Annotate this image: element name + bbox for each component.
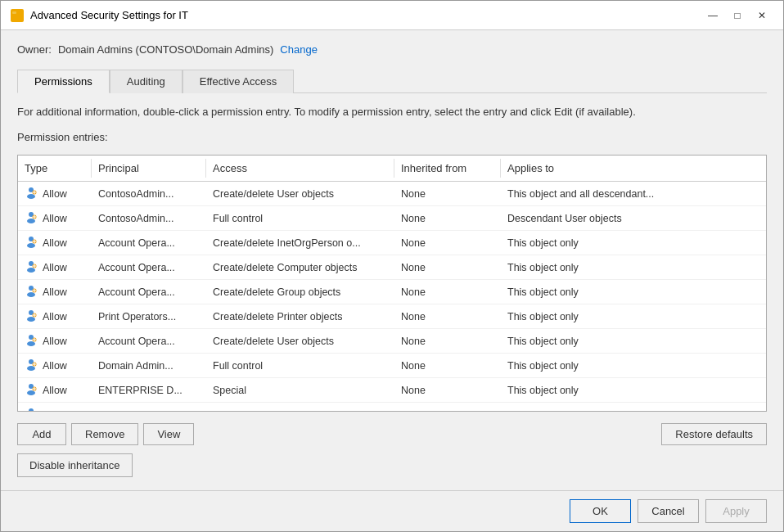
cell-principal: Account Opera... xyxy=(92,329,206,353)
cell-type: Allow xyxy=(18,280,92,304)
action-buttons-row: Add Remove View Restore defaults xyxy=(17,423,767,445)
disable-inheritance-button[interactable]: Disable inheritance xyxy=(17,453,133,477)
footer: OK Cancel Apply xyxy=(1,490,783,531)
svg-point-13 xyxy=(27,243,35,248)
cell-inherited: None xyxy=(394,206,501,230)
cell-applies: This object only xyxy=(501,304,766,328)
folder-icon xyxy=(11,9,24,22)
owner-row: Owner: Domain Admins (CONTOSO\Domain Adm… xyxy=(17,43,767,56)
tab-auditing[interactable]: Auditing xyxy=(110,70,182,93)
table-row[interactable]: Allow ENTERPRISE D... Special None This … xyxy=(18,378,766,403)
cell-applies: This object only xyxy=(501,403,766,411)
svg-point-18 xyxy=(27,268,35,273)
cell-access: Create/delete User objects xyxy=(206,182,394,205)
view-button[interactable]: View xyxy=(143,423,194,445)
table-row[interactable]: Allow ContosoAdmin... Create/delete User… xyxy=(18,182,766,206)
cell-access: Create/delete Computer objects xyxy=(206,255,394,279)
svg-rect-11 xyxy=(34,215,35,219)
cell-access: Create/delete InetOrgPerson o... xyxy=(206,231,394,255)
table-row[interactable]: Allow Domain Admin... Full control None … xyxy=(18,354,766,378)
add-button[interactable]: Add xyxy=(17,423,66,445)
disable-inheritance-container: Disable inheritance xyxy=(17,453,767,477)
cell-applies: This object only xyxy=(501,378,766,402)
cell-access: Create/delete Group objects xyxy=(206,280,394,304)
cell-principal: ContosoAdmin... xyxy=(92,182,206,205)
cell-inherited: None xyxy=(394,403,501,411)
remove-button[interactable]: Remove xyxy=(71,423,138,445)
cell-principal: ContosoAdmin... xyxy=(92,206,206,230)
col-type: Type xyxy=(18,159,92,178)
cell-type: Allow xyxy=(18,329,92,353)
col-principal: Principal xyxy=(92,159,206,178)
cell-applies: This object only xyxy=(501,354,766,377)
bottom-left-buttons: Add Remove View xyxy=(17,423,194,445)
cell-inherited: None xyxy=(394,231,501,255)
cell-access: Special xyxy=(206,403,394,411)
cell-access: Special xyxy=(206,378,394,402)
tab-permissions[interactable]: Permissions xyxy=(17,70,110,93)
cell-applies: This object and all descendant... xyxy=(501,182,766,205)
window-title: Advanced Security Settings for IT xyxy=(30,9,188,21)
user-icon xyxy=(25,309,38,324)
user-icon xyxy=(25,259,38,275)
table-row[interactable]: Allow Print Operators... Create/delete P… xyxy=(18,304,766,329)
table-row[interactable]: Allow Account Opera... Create/delete Ine… xyxy=(18,231,766,255)
cell-type: Allow xyxy=(18,206,92,230)
cell-type: Allow xyxy=(18,182,92,205)
minimize-button[interactable]: — xyxy=(701,7,724,25)
cancel-button[interactable]: Cancel xyxy=(638,499,699,523)
main-content: Owner: Domain Admins (CONTOSO\Domain Adm… xyxy=(1,30,783,490)
cell-inherited: None xyxy=(394,182,501,205)
cell-inherited: None xyxy=(394,280,501,304)
cell-access: Create/delete Printer objects xyxy=(206,304,394,328)
owner-value: Domain Admins (CONTOSO\Domain Admins) xyxy=(58,43,273,56)
svg-rect-26 xyxy=(34,289,35,292)
cell-type: Allow xyxy=(18,231,92,255)
col-applies: Applies to xyxy=(501,159,766,178)
svg-point-43 xyxy=(27,390,35,395)
table-row[interactable]: Allow ContosoAdmin... Full control None … xyxy=(18,206,766,231)
svg-rect-21 xyxy=(34,264,35,268)
tab-effective-access[interactable]: Effective Access xyxy=(182,70,294,93)
table-row[interactable]: Allow Account Opera... Create/delete Gro… xyxy=(18,280,766,304)
maximize-button[interactable]: □ xyxy=(726,7,749,25)
svg-point-3 xyxy=(27,194,35,199)
svg-rect-1 xyxy=(12,11,16,14)
svg-rect-41 xyxy=(34,363,35,366)
user-icon xyxy=(25,284,38,300)
title-bar-left: Advanced Security Settings for IT xyxy=(11,9,188,22)
cell-inherited: None xyxy=(394,378,501,402)
user-icon xyxy=(25,382,38,398)
cell-type: Allow xyxy=(18,378,92,402)
owner-label: Owner: xyxy=(17,43,52,56)
user-icon xyxy=(25,186,38,201)
close-button[interactable]: ✕ xyxy=(750,7,773,25)
table-row[interactable]: Allow Account Opera... Create/delete Use… xyxy=(18,329,766,354)
restore-defaults-button[interactable]: Restore defaults xyxy=(661,423,767,445)
cell-inherited: None xyxy=(394,304,501,328)
table-row[interactable]: Allow Authenticated... Special None This… xyxy=(18,403,766,411)
table-body[interactable]: Allow ContosoAdmin... Create/delete User… xyxy=(18,182,766,411)
svg-point-47 xyxy=(29,408,34,411)
cell-access: Full control xyxy=(206,354,394,377)
svg-point-28 xyxy=(27,317,35,322)
cell-inherited: None xyxy=(394,329,501,353)
cell-type: Allow xyxy=(18,304,92,328)
change-owner-link[interactable]: Change xyxy=(280,43,318,56)
col-access: Access xyxy=(206,159,394,178)
apply-button[interactable]: Apply xyxy=(705,499,767,523)
svg-point-38 xyxy=(27,366,35,371)
info-text: For additional information, double-click… xyxy=(17,105,767,119)
cell-inherited: None xyxy=(394,255,501,279)
tab-bar: Permissions Auditing Effective Access xyxy=(17,69,767,93)
cell-principal: Authenticated... xyxy=(92,403,206,411)
col-inherited: Inherited from xyxy=(394,159,501,178)
svg-rect-36 xyxy=(34,338,35,341)
ok-button[interactable]: OK xyxy=(570,499,631,523)
title-controls: — □ ✕ xyxy=(701,7,773,25)
cell-principal: ENTERPRISE D... xyxy=(92,378,206,402)
permissions-table: Type Principal Access Inherited from App… xyxy=(17,155,767,412)
table-row[interactable]: Allow Account Opera... Create/delete Com… xyxy=(18,255,766,280)
cell-type: Allow xyxy=(18,255,92,279)
svg-point-23 xyxy=(27,292,35,297)
